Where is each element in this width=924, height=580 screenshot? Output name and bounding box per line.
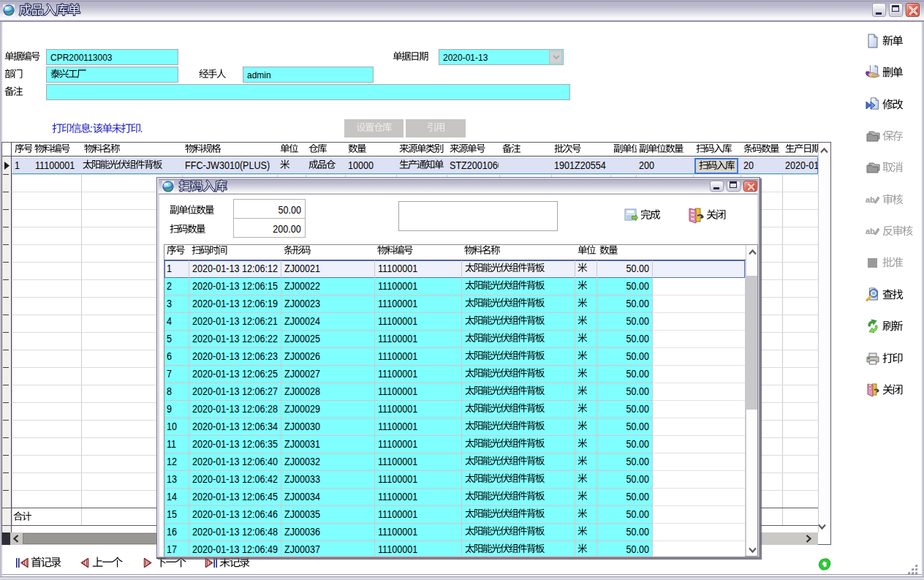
svg-text:ab: ab — [866, 227, 875, 236]
svg-text:ab: ab — [866, 195, 875, 204]
